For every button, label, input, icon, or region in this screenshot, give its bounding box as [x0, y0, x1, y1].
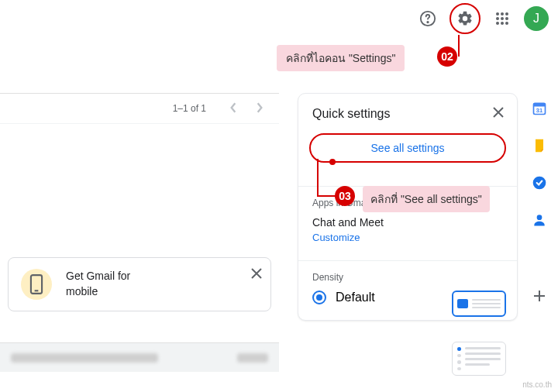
annotation-callout-02: คลิกที่ไอคอน "Settings": [277, 45, 405, 71]
see-all-label: See all settings: [371, 142, 445, 154]
svg-text:31: 31: [536, 107, 542, 114]
list-item[interactable]: [0, 342, 279, 372]
annotation-callout-03: คลิกที่ "See all settings": [363, 186, 490, 212]
tasks-app-icon[interactable]: [532, 175, 547, 191]
quick-settings-title: Quick settings: [312, 107, 390, 121]
blurred-text: [237, 353, 268, 363]
avatar[interactable]: J: [524, 6, 549, 31]
svg-rect-14: [534, 103, 546, 106]
svg-point-2: [496, 12, 499, 15]
blurred-text: [11, 353, 158, 363]
annotation-line: [317, 195, 336, 197]
contacts-app-icon[interactable]: [532, 212, 547, 228]
add-app-icon[interactable]: [532, 287, 547, 308]
customize-link[interactable]: Customize: [312, 232, 503, 243]
annotation-badge-02: 02: [437, 46, 457, 67]
prev-page-button[interactable]: [226, 98, 240, 120]
svg-point-5: [496, 17, 499, 20]
mail-list-column: 1–1 of 1 Get Gmail for mobile: [0, 93, 279, 372]
list-header: 1–1 of 1: [0, 93, 279, 124]
density-section: Density Default: [298, 260, 517, 304]
svg-point-10: [505, 22, 508, 25]
promo-text: Get Gmail for mobile: [66, 269, 130, 299]
annotation-badge-03: 03: [335, 186, 355, 206]
apps-row-title: Chat and Meet: [312, 216, 503, 229]
see-all-settings-button[interactable]: See all settings: [309, 133, 506, 163]
annotation-line: [458, 35, 460, 57]
apps-grid-icon[interactable]: [487, 3, 518, 34]
section-label: Density: [312, 272, 503, 283]
chat-meet-preview: [452, 342, 506, 376]
side-panel: 31: [521, 101, 558, 308]
help-icon[interactable]: [412, 3, 443, 34]
annotation-line: [317, 159, 319, 196]
settings-icon[interactable]: [453, 6, 477, 31]
annotation-text: คลิกที่ "See all settings": [370, 191, 482, 208]
svg-point-4: [505, 12, 508, 15]
promo-line1: Get Gmail for: [66, 269, 130, 284]
mobile-icon: [21, 269, 52, 300]
svg-point-6: [501, 17, 504, 20]
density-preview: [452, 291, 506, 317]
calendar-app-icon[interactable]: 31: [532, 101, 547, 116]
density-default-label: Default: [336, 291, 375, 304]
annotation-text: คลิกที่ไอคอน "Settings": [286, 50, 395, 67]
settings-icon-highlight: [450, 3, 480, 34]
close-icon[interactable]: [492, 105, 505, 122]
svg-point-7: [505, 17, 508, 20]
list-count: 1–1 of 1: [173, 103, 206, 114]
next-page-button[interactable]: [253, 98, 267, 120]
promo-line2: mobile: [66, 284, 130, 300]
watermark: nts.co.th: [522, 380, 552, 389]
annotation-dot: [329, 159, 336, 165]
promo-card: Get Gmail for mobile: [8, 257, 271, 311]
keep-app-icon[interactable]: [532, 138, 547, 153]
radio-selected-icon: [312, 291, 326, 304]
svg-point-9: [501, 22, 504, 25]
svg-point-17: [537, 215, 542, 220]
svg-point-1: [427, 22, 428, 22]
svg-point-3: [501, 12, 504, 15]
svg-point-8: [496, 22, 499, 25]
close-icon[interactable]: [250, 266, 263, 284]
